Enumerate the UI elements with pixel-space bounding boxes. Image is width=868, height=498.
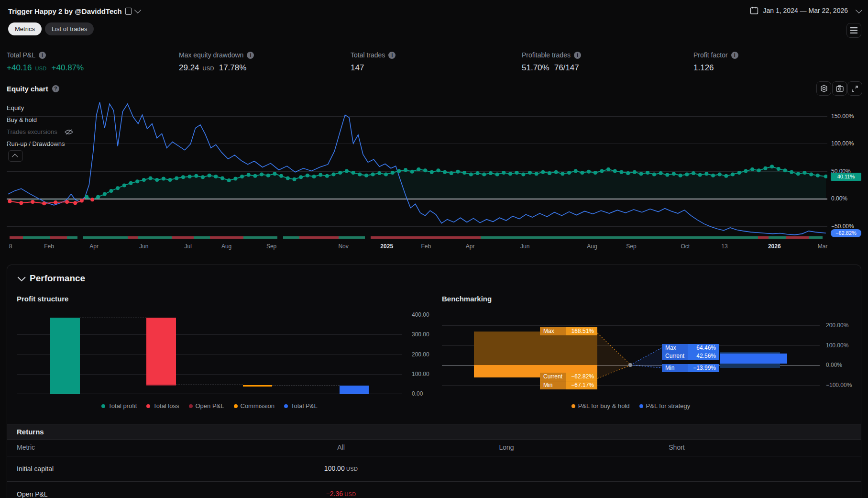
chevron-down-icon	[134, 7, 141, 13]
legend-dot	[189, 404, 193, 408]
equity-plot[interactable]	[7, 100, 827, 240]
info-icon[interactable]: i	[39, 52, 46, 59]
info-icon[interactable]: i	[247, 52, 254, 59]
x-tick: Feb	[421, 243, 431, 250]
x-tick: Jun	[520, 243, 529, 250]
legend-item-total-profit[interactable]: Total profit	[101, 402, 137, 409]
legend-dot	[284, 404, 288, 408]
x-tick: Nov	[338, 243, 348, 250]
trade-marker	[803, 171, 807, 175]
trade-marker	[718, 172, 722, 176]
stat-label-text: Max equity drawdown	[179, 51, 243, 59]
equity-y-label: −50.00%	[831, 223, 854, 230]
trade-marker	[535, 172, 538, 176]
stat-value: +40.16USD+40.87%	[7, 63, 84, 73]
info-icon[interactable]: i	[574, 52, 581, 59]
legend-item-commission[interactable]: Commission	[234, 402, 275, 409]
trade-marker	[410, 170, 414, 174]
profit-structure-y-label: 300.00	[412, 331, 429, 338]
stat-value: 1.126	[693, 63, 738, 73]
trade-marker	[364, 174, 368, 177]
chart-settings-button[interactable]	[816, 81, 831, 96]
returns-metric-label: Open P&L	[17, 490, 48, 498]
trade-marker	[430, 170, 434, 174]
trade-marker	[508, 172, 512, 176]
stat-main-value: 1.126	[693, 63, 714, 73]
layout-menu-button[interactable]	[846, 23, 861, 38]
chip-value: −13.99%	[688, 364, 719, 372]
profit-structure-y-label: 400.00	[412, 311, 429, 318]
trade-marker	[149, 176, 153, 180]
trade-marker	[208, 174, 211, 177]
trade-marker	[495, 172, 499, 176]
equity-y-label: 0.00%	[831, 195, 847, 202]
benchmarking-title: Benchmarking	[442, 295, 492, 303]
chevron-down-icon	[18, 273, 26, 281]
trade-marker	[240, 175, 244, 178]
trade-marker	[397, 169, 401, 173]
stat-label: Total P&Li	[7, 51, 84, 59]
strip-segment-loss	[10, 236, 22, 239]
strategy-title-row[interactable]: Trigger Happy 2 by @DaviddTech	[8, 5, 140, 17]
x-tick: Sep	[626, 243, 636, 250]
legend-item-p-l-for-strategy[interactable]: P&L for strategy	[639, 402, 691, 409]
trade-marker	[293, 177, 297, 181]
trade-marker	[42, 201, 46, 205]
waterfall-connector	[176, 385, 243, 385]
fullscreen-button[interactable]	[847, 81, 862, 96]
trade-marker	[613, 169, 617, 173]
benchmarking-y-label: 100.00%	[826, 342, 848, 349]
legend-item-total-p-l[interactable]: Total P&L	[284, 402, 318, 409]
returns-column-all: All	[337, 443, 345, 451]
trade-marker	[279, 174, 283, 178]
trade-marker	[85, 195, 88, 199]
strip-segment-loss	[50, 236, 67, 239]
table-row[interactable]: Initial capital100.00 USD	[7, 456, 861, 482]
help-icon[interactable]: ?	[52, 85, 59, 92]
trade-marker	[312, 175, 316, 178]
trade-marker	[436, 168, 440, 172]
trade-marker	[450, 171, 453, 175]
stat-value: 51.70%76/147	[522, 63, 581, 73]
chip-value: 168.51%	[566, 327, 597, 335]
profit-structure-chart	[17, 311, 402, 395]
strip-segment-loss	[128, 236, 138, 239]
legend-dot	[639, 404, 643, 408]
trade-marker	[685, 172, 689, 176]
trade-marker	[750, 167, 754, 171]
equity-chart-title-row: Equity chart ?	[7, 85, 59, 93]
chip-key: Min	[540, 381, 566, 389]
stat-label-text: Profit factor	[693, 51, 728, 59]
returns-column-short: Short	[669, 443, 684, 451]
trade-marker	[737, 171, 741, 175]
trade-marker	[816, 174, 820, 177]
trade-marker	[698, 173, 702, 177]
trade-marker	[541, 170, 545, 174]
buy-hold-max-chip: Max168.51%	[540, 327, 597, 335]
legend-item-open-p-l[interactable]: Open P&L	[189, 402, 224, 409]
trade-marker	[757, 168, 761, 172]
legend-item-total-loss[interactable]: Total loss	[146, 402, 179, 409]
x-tick: 2026	[768, 243, 781, 250]
strip-segment-win	[67, 236, 77, 239]
info-icon[interactable]: i	[388, 52, 396, 59]
stat-label-text: Profitable trades	[522, 51, 571, 59]
table-row[interactable]: Open P&L−2.36 USD	[7, 481, 861, 498]
returns-value-number: −2.36	[326, 490, 343, 498]
info-icon[interactable]: i	[731, 52, 738, 59]
performance-header[interactable]: Performance	[18, 273, 85, 284]
profit-structure-legend: Total profitTotal lossOpen P&LCommission…	[17, 402, 402, 409]
snapshot-button[interactable]	[832, 81, 847, 96]
legend-item-p-l-for-buy-hold[interactable]: P&L for buy & hold	[571, 402, 630, 409]
x-tick: 13	[721, 243, 727, 250]
gear-icon	[820, 85, 828, 92]
tab-metrics[interactable]: Metrics	[8, 22, 42, 35]
date-range-picker[interactable]: Jan 1, 2024 — Mar 22, 2026	[750, 4, 861, 17]
bar-open-p-l	[146, 385, 176, 386]
trade-marker	[162, 177, 165, 181]
trade-marker	[116, 186, 120, 190]
returns-value-number: 100.00	[324, 465, 345, 472]
bar-commission	[243, 385, 272, 387]
current-value-tag: −62.82%	[831, 229, 861, 237]
tab-list-of-trades[interactable]: List of trades	[45, 22, 94, 35]
